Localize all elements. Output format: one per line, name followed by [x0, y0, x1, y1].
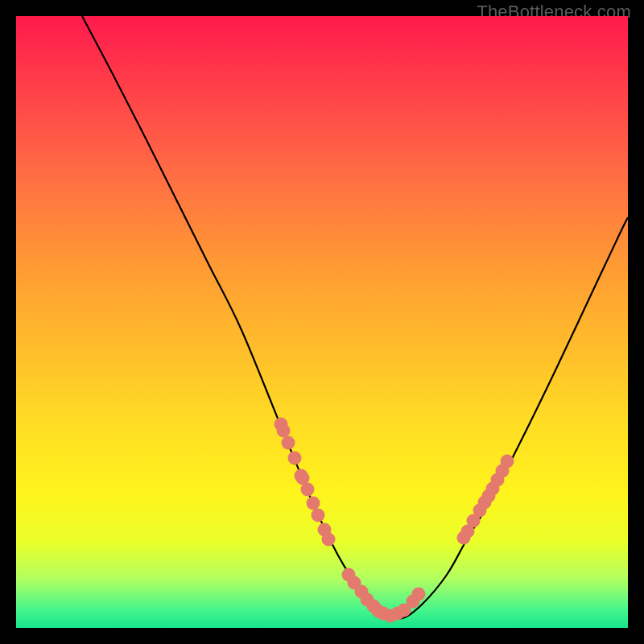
data-point	[412, 588, 426, 601]
data-point	[282, 436, 295, 450]
data-point	[301, 483, 315, 497]
scatter-dots-left	[275, 418, 336, 547]
scatter-dots-right	[457, 455, 514, 545]
data-point	[501, 455, 514, 469]
data-point	[307, 497, 320, 510]
scatter-dots-bottom	[342, 568, 426, 623]
chart-area	[16, 16, 628, 628]
data-point	[312, 509, 325, 522]
data-point	[277, 424, 291, 438]
data-point	[288, 452, 302, 465]
bottleneck-plot	[16, 16, 628, 628]
bottleneck-curve	[82, 16, 628, 618]
data-point	[322, 533, 336, 547]
